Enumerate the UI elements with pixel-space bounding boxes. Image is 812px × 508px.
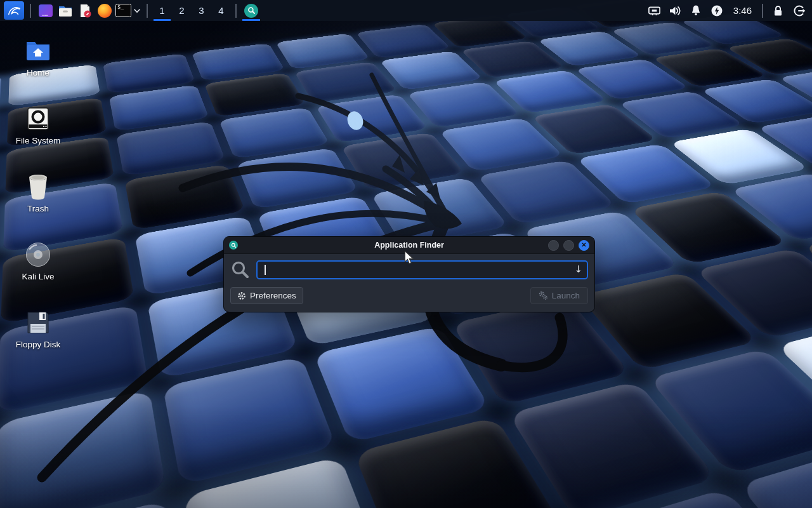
desktop-icon-label: Kali Live: [22, 272, 54, 281]
top-panel: ••• $_: [0, 0, 812, 21]
terminal-icon: $_: [115, 4, 131, 17]
taskbar-application-finder[interactable]: [241, 0, 261, 21]
power-manager-icon[interactable]: [707, 0, 728, 21]
workspace-label: 2: [179, 5, 184, 16]
file-system-drive-icon: [25, 105, 51, 133]
desktop-icon-file-system[interactable]: File System: [5, 105, 71, 145]
workspace-1-button[interactable]: 1: [152, 0, 172, 21]
launcher-file-manager[interactable]: [55, 0, 75, 21]
desktop-icon-home[interactable]: Home: [5, 37, 71, 77]
workspace-2-button[interactable]: 2: [172, 0, 192, 21]
file-manager-icon: [58, 4, 73, 18]
desktop-icon-kali-live[interactable]: Kali Live: [5, 241, 71, 281]
launcher-terminal[interactable]: $_: [114, 0, 142, 21]
dialog-body: ↓ Preferences: [224, 254, 594, 312]
active-workspace-indicator: [154, 19, 171, 21]
floppy-disk-icon: [25, 309, 51, 337]
network-tray-icon[interactable]: [644, 0, 665, 21]
window-title: Application Finder: [224, 241, 594, 250]
desktop: ••• $_: [0, 0, 812, 508]
launch-label: Launch: [552, 291, 580, 300]
workspace-label: 4: [218, 5, 223, 16]
applications-menu-button[interactable]: [4, 1, 24, 20]
application-finder-window: Application Finder ✕ ↓: [223, 236, 595, 312]
lock-screen-icon[interactable]: [768, 0, 789, 21]
launcher-desktop-settings[interactable]: •••: [36, 0, 55, 21]
search-input[interactable]: [256, 260, 588, 279]
text-caret: [265, 265, 266, 275]
chevron-down-icon: [133, 8, 141, 13]
panel-separator: [30, 4, 31, 18]
panel-separator: [762, 4, 763, 18]
preferences-label: Preferences: [250, 291, 296, 300]
desktop-icon-label: Home: [27, 68, 49, 77]
launch-button[interactable]: Launch: [530, 287, 588, 304]
optical-disc-icon: [25, 241, 51, 269]
titlebar[interactable]: Application Finder ✕: [224, 237, 594, 254]
panel-separator: [147, 4, 148, 18]
workspace-label: 1: [159, 5, 164, 16]
clock[interactable]: 3:46: [728, 0, 757, 21]
app-finder-icon: [244, 4, 258, 18]
logout-icon[interactable]: [789, 0, 809, 21]
text-editor-icon: [77, 3, 93, 18]
volume-tray-icon[interactable]: [665, 0, 686, 21]
launcher-text-editor[interactable]: [75, 0, 95, 21]
desktop-icon-label: Floppy Disk: [16, 340, 61, 349]
minimize-button[interactable]: [548, 240, 559, 251]
workspace-label: 3: [199, 5, 204, 16]
purple-window-icon: •••: [39, 4, 53, 17]
notifications-bell-icon[interactable]: [686, 0, 707, 21]
workspace-4-button[interactable]: 4: [211, 0, 231, 21]
desktop-icon-label: File System: [16, 136, 61, 145]
close-button[interactable]: ✕: [579, 240, 589, 251]
active-window-indicator: [242, 19, 260, 21]
gear-icon: [237, 291, 246, 300]
launcher-web-browser[interactable]: [95, 0, 114, 21]
preferences-button[interactable]: Preferences: [230, 287, 303, 304]
search-icon: [230, 260, 251, 280]
desktop-icon-floppy-disk[interactable]: Floppy Disk: [5, 309, 71, 349]
app-finder-window-icon: [229, 241, 238, 250]
trash-icon: [26, 173, 50, 201]
workspace-3-button[interactable]: 3: [192, 0, 211, 21]
home-folder-icon: [25, 37, 51, 65]
kali-logo-icon: [7, 4, 21, 17]
desktop-icon-label: Trash: [27, 204, 49, 213]
desktop-icon-trash[interactable]: Trash: [5, 173, 71, 213]
panel-separator: [235, 4, 237, 18]
firefox-icon: [98, 4, 112, 18]
run-gears-icon: [539, 291, 548, 300]
maximize-button[interactable]: [563, 240, 574, 251]
